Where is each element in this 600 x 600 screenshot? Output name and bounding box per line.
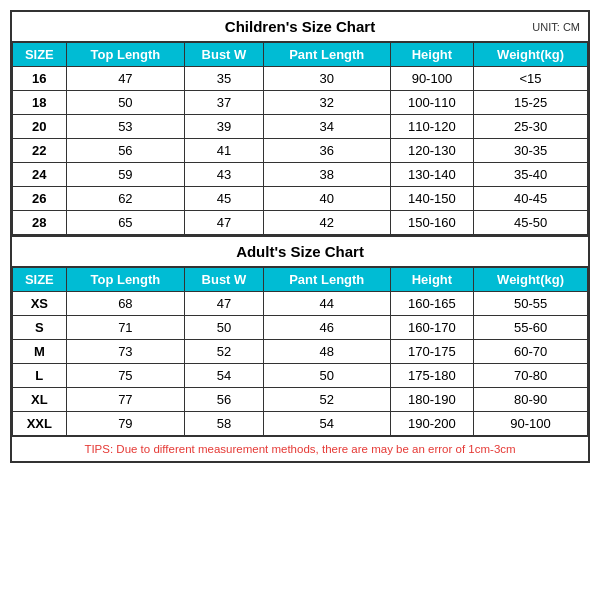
adult-title-row: Adult's Size Chart [12,235,588,267]
table-row: 1647353090-100<15 [13,67,588,91]
children-col-weight: Weight(kg) [474,43,588,67]
children-header-row: SIZE Top Length Bust W Pant Length Heigh… [13,43,588,67]
table-row: 28654742150-16045-50 [13,211,588,235]
tips-row: TIPS: Due to different measurement metho… [12,436,588,461]
children-col-height: Height [390,43,473,67]
table-row: XXL795854190-20090-100 [13,412,588,436]
unit-label: UNIT: CM [532,21,580,33]
adult-col-top-length: Top Length [66,268,184,292]
children-table: SIZE Top Length Bust W Pant Length Heigh… [12,42,588,235]
adult-table: SIZE Top Length Bust W Pant Length Heigh… [12,267,588,436]
table-row: 24594338130-14035-40 [13,163,588,187]
table-row: 22564136120-13030-35 [13,139,588,163]
table-row: 26624540140-15040-45 [13,187,588,211]
table-row: M735248170-17560-70 [13,340,588,364]
tips-text: TIPS: Due to different measurement metho… [84,443,515,455]
children-col-size: SIZE [13,43,67,67]
children-col-bust-w: Bust W [185,43,264,67]
adult-chart-title: Adult's Size Chart [236,243,364,260]
adult-col-weight: Weight(kg) [474,268,588,292]
adult-header-row: SIZE Top Length Bust W Pant Length Heigh… [13,268,588,292]
table-row: XL775652180-19080-90 [13,388,588,412]
adult-col-bust-w: Bust W [185,268,264,292]
table-row: L755450175-18070-80 [13,364,588,388]
adult-col-height: Height [390,268,473,292]
table-row: S715046160-17055-60 [13,316,588,340]
children-col-pant-length: Pant Length [263,43,390,67]
children-chart-title: Children's Size Chart [225,18,375,35]
children-col-top-length: Top Length [66,43,184,67]
adult-col-pant-length: Pant Length [263,268,390,292]
size-chart-container: Children's Size Chart UNIT: CM SIZE Top … [10,10,590,463]
table-row: XS684744160-16550-55 [13,292,588,316]
adult-col-size: SIZE [13,268,67,292]
children-title-row: Children's Size Chart UNIT: CM [12,12,588,42]
table-row: 18503732100-11015-25 [13,91,588,115]
table-row: 20533934110-12025-30 [13,115,588,139]
